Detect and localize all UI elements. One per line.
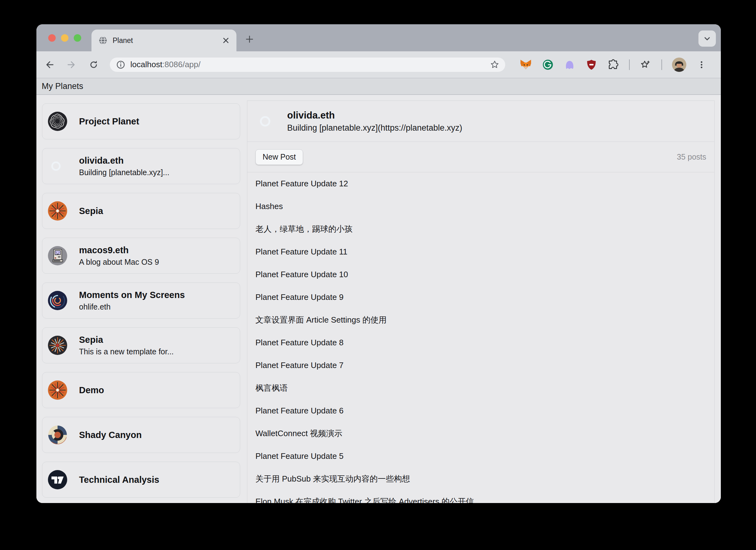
new-tab-button[interactable] (243, 32, 256, 46)
planet-card-avatar (47, 156, 68, 176)
browser-menu-kebab-icon[interactable] (696, 59, 707, 70)
planet-card[interactable]: olivida.eth Building [planetable.xyz]... (42, 148, 240, 184)
planet-card-avatar (47, 335, 68, 356)
post-list-item[interactable]: Planet Feature Update 11 (247, 240, 714, 263)
planet-profile-header: olivida.eth Building [planetable.xyz](ht… (247, 101, 714, 142)
post-list-item[interactable]: Planet Feature Update 5 (247, 445, 714, 468)
post-list-item[interactable]: Planet Feature Update 7 (247, 354, 714, 377)
profile-avatar[interactable] (672, 58, 686, 72)
grammarly-extension-icon[interactable] (542, 59, 554, 71)
planet-card[interactable]: Sepia (42, 193, 240, 229)
post-list-item[interactable]: Planet Feature Update 12 (247, 172, 714, 195)
page-title-bar: My Planets (36, 78, 721, 95)
planet-card-title: macos9.eth (79, 245, 159, 255)
post-list-item[interactable]: WalletConnect 视频演示 (247, 422, 714, 445)
sepia-logo (47, 380, 68, 400)
planet-card-subtitle: This is a new template for... (79, 347, 174, 356)
zoom-window-button[interactable] (74, 34, 81, 42)
post-list-item[interactable]: 枫言枫语 (247, 377, 714, 399)
posts-toolbar: New Post 35 posts (247, 142, 714, 172)
planet-card-title: Sepia (79, 206, 103, 216)
tab-strip: Planet (36, 24, 721, 51)
planet-card-avatar (47, 469, 68, 490)
url-host: localhost (130, 60, 162, 69)
planet-card-title: Moments on My Screens (79, 290, 185, 300)
browser-toolbar: localhost:8086/app/ (36, 51, 721, 78)
planet-card-subtitle: A blog about Mac OS 9 (79, 258, 159, 267)
planet-card-avatar (47, 380, 68, 400)
desktop-background: Planet (0, 0, 756, 550)
planet-card[interactable]: Demo (42, 372, 240, 408)
adblock-shield-extension-icon[interactable] (586, 59, 597, 71)
forward-button[interactable] (65, 58, 78, 72)
post-list-item[interactable]: Hashes (247, 195, 714, 218)
planet-card[interactable]: Shady Canyon (42, 417, 240, 453)
post-list-item[interactable]: 老人，绿草地，踢球的小孩 (247, 218, 714, 240)
tab-close-icon[interactable] (222, 37, 230, 44)
post-list-item[interactable]: Planet Feature Update 9 (247, 286, 714, 309)
planet-list: Project Planet olivida.eth Building [pla… (42, 103, 240, 498)
planet-profile-bio: Building [planetable.xyz](https://planet… (287, 123, 462, 133)
url-text: localhost:8086/app/ (130, 60, 485, 69)
back-button[interactable] (43, 58, 56, 72)
ghost-extension-icon[interactable] (564, 59, 576, 71)
planet-card-title: Technical Analysis (79, 475, 159, 485)
tab-title: Planet (113, 36, 217, 45)
project-planet-logo (47, 111, 68, 132)
toolbar-divider (629, 59, 630, 70)
planet-card-title: olivida.eth (79, 156, 169, 166)
extensions-puzzle-icon[interactable] (607, 59, 619, 71)
moments-logo (47, 290, 68, 311)
sparkle-star-icon[interactable] (640, 59, 651, 71)
site-info-icon[interactable] (115, 59, 126, 70)
planet-card-title: Shady Canyon (79, 430, 142, 440)
planet-card-title: Sepia (79, 335, 174, 345)
planet-card-avatar (47, 290, 68, 311)
planet-card-subtitle: Building [planetable.xyz]... (79, 168, 169, 177)
post-count: 35 posts (677, 152, 706, 161)
planet-card-avatar (47, 425, 68, 445)
post-list-item[interactable]: Planet Feature Update 6 (247, 399, 714, 422)
tab-planet[interactable]: Planet (91, 30, 236, 51)
planet-detail-panel: olivida.eth Building [planetable.xyz](ht… (247, 100, 715, 503)
post-list-item[interactable]: 关于用 PubSub 来实现互动内容的一些构想 (247, 468, 714, 490)
post-list: Planet Feature Update 12 Hashes 老人，绿草地，踢… (247, 172, 714, 503)
shady-canyon-logo (47, 425, 68, 445)
planet-card[interactable]: Moments on My Screens ohlife.eth (42, 282, 240, 319)
planet-card-title: Demo (79, 385, 104, 395)
planet-profile-name: olivida.eth (287, 110, 462, 121)
close-window-button[interactable] (48, 34, 56, 42)
url-bar[interactable]: localhost:8086/app/ (110, 58, 505, 72)
planet-card[interactable]: Project Planet (42, 103, 240, 139)
tab-search-button[interactable] (698, 30, 716, 47)
planet-card-avatar (47, 245, 68, 266)
sepia-logo (47, 201, 68, 221)
toolbar-divider (661, 59, 662, 70)
planet-card[interactable]: Sepia This is a new template for... (42, 327, 240, 363)
reload-button[interactable] (87, 58, 100, 72)
bookmark-star-icon[interactable] (490, 60, 500, 70)
metamask-extension-icon[interactable] (520, 58, 532, 71)
macos9-logo (47, 245, 68, 266)
minimize-window-button[interactable] (61, 34, 68, 42)
app-content: Project Planet olivida.eth Building [pla… (36, 95, 721, 503)
post-list-item[interactable]: 文章设置界面 Article Settings 的使用 (247, 309, 714, 331)
planet-card[interactable]: macos9.eth A blog about Mac OS 9 (42, 238, 240, 274)
post-list-item[interactable]: Planet Feature Update 10 (247, 263, 714, 286)
planet-card[interactable]: Technical Analysis (42, 462, 240, 498)
post-list-item[interactable]: Elon Musk 在完成收购 Twitter 之后写给 Advertisers… (247, 490, 714, 503)
sepia-dark-logo (47, 335, 68, 356)
window-controls (48, 24, 81, 51)
browser-window: Planet (36, 24, 721, 503)
extensions-row (520, 58, 707, 72)
globe-favicon-icon (98, 36, 108, 45)
url-path: :8086/app/ (162, 60, 201, 69)
new-post-button[interactable]: New Post (255, 149, 303, 165)
planet-card-avatar (47, 111, 68, 132)
olivida-logo (255, 110, 278, 133)
planet-card-subtitle: ohlife.eth (79, 302, 185, 311)
post-list-item[interactable]: Planet Feature Update 8 (247, 331, 714, 354)
olivida-logo (47, 156, 68, 176)
planet-card-title: Project Planet (79, 116, 139, 127)
planet-card-avatar (47, 201, 68, 221)
